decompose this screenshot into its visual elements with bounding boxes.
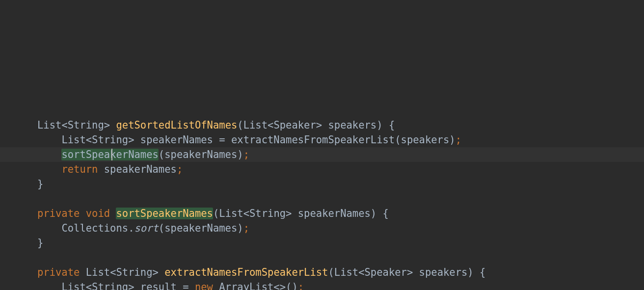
code-line[interactable]: sortSpeakerNames(speakerNames); bbox=[0, 147, 644, 162]
code-token: String bbox=[249, 208, 286, 219]
code-token bbox=[110, 208, 116, 219]
code-token: ( bbox=[328, 266, 334, 278]
code-token: ; bbox=[177, 163, 183, 175]
code-token: List bbox=[61, 281, 85, 290]
code-token bbox=[80, 208, 85, 219]
indent bbox=[37, 222, 61, 234]
code-token: (speakerNames) bbox=[159, 222, 243, 234]
code-token: String bbox=[92, 281, 128, 290]
code-line[interactable] bbox=[0, 59, 644, 74]
code-token: void bbox=[86, 208, 110, 219]
caret bbox=[111, 149, 112, 160]
code-token: List bbox=[86, 266, 110, 278]
code-line[interactable]: private void sortSpeakerNames(List<Strin… bbox=[0, 206, 644, 221]
code-token: < bbox=[110, 266, 116, 278]
code-token: extractNamesFromSpeakerList bbox=[164, 266, 328, 278]
code-line[interactable]: return speakerNames; bbox=[0, 162, 644, 177]
code-line[interactable] bbox=[0, 15, 644, 29]
code-token: > speakers) { bbox=[316, 119, 395, 131]
code-token: < bbox=[86, 281, 92, 290]
indent bbox=[37, 134, 61, 146]
code-token: new bbox=[195, 281, 213, 290]
code-line[interactable]: } bbox=[0, 236, 644, 250]
code-token: List bbox=[243, 119, 268, 131]
code-token: Speaker bbox=[365, 266, 407, 278]
code-token: String bbox=[116, 266, 152, 278]
code-token: ; bbox=[243, 149, 249, 160]
code-token: < bbox=[268, 119, 273, 131]
code-token: ( bbox=[213, 208, 219, 219]
code-line[interactable]: List<String> getSortedListOfNames(List<S… bbox=[0, 118, 644, 132]
code-token: List bbox=[37, 119, 61, 131]
code-line[interactable] bbox=[0, 29, 644, 44]
code-token: List bbox=[61, 134, 85, 146]
code-line[interactable] bbox=[0, 44, 644, 59]
code-token: ( bbox=[237, 119, 243, 131]
code-token: sort bbox=[134, 222, 158, 234]
code-token: < bbox=[358, 266, 364, 278]
code-editor[interactable]: List<String> getSortedListOfNames(List<S… bbox=[0, 0, 644, 290]
code-token: private bbox=[37, 266, 80, 278]
code-token: ; bbox=[298, 281, 304, 290]
code-line[interactable]: List<String> speakerNames = extractNames… bbox=[0, 132, 644, 147]
code-area[interactable]: List<String> getSortedListOfNames(List<S… bbox=[0, 0, 644, 290]
code-token: < bbox=[86, 134, 92, 146]
indent bbox=[37, 281, 61, 290]
code-token: ArrayList<>() bbox=[213, 281, 298, 290]
code-token: > result = bbox=[128, 281, 195, 290]
code-token: Speaker bbox=[273, 119, 316, 131]
code-line[interactable]: List<String> result = new ArrayList<>(); bbox=[0, 280, 644, 290]
code-token: sortSpeakerNames bbox=[61, 149, 158, 160]
code-token: List bbox=[334, 266, 358, 278]
code-token: String bbox=[68, 119, 104, 131]
code-token: > speakerNames) { bbox=[286, 208, 389, 219]
code-token: > speakerNames = extractNamesFromSpeaker… bbox=[128, 134, 455, 146]
code-token: Collections. bbox=[61, 222, 134, 234]
code-token: ; bbox=[243, 222, 249, 234]
code-line[interactable]: Collections.sort(speakerNames); bbox=[0, 221, 644, 236]
code-token: } bbox=[37, 178, 43, 190]
code-token: return bbox=[61, 163, 98, 175]
code-token: speakerNames bbox=[98, 163, 176, 175]
code-token bbox=[80, 266, 85, 278]
code-line[interactable]: private List<String> extractNamesFromSpe… bbox=[0, 265, 644, 280]
code-token: (speakerNames) bbox=[159, 149, 243, 160]
code-token: } bbox=[37, 237, 43, 249]
code-line[interactable] bbox=[0, 0, 644, 15]
code-line[interactable] bbox=[0, 191, 644, 206]
code-token: getSortedListOfNames bbox=[116, 119, 237, 131]
code-line[interactable] bbox=[0, 250, 644, 265]
code-token: sortSpeakerNames bbox=[116, 208, 213, 219]
code-token: String bbox=[92, 134, 128, 146]
indent bbox=[37, 149, 61, 160]
code-token: private bbox=[37, 208, 80, 219]
code-line[interactable]: } bbox=[0, 177, 644, 191]
code-token: < bbox=[61, 119, 67, 131]
code-line[interactable] bbox=[0, 103, 644, 118]
indent bbox=[37, 163, 61, 175]
code-token: ; bbox=[456, 134, 461, 146]
code-token: < bbox=[243, 208, 249, 219]
code-token: > bbox=[104, 119, 116, 131]
code-token: > bbox=[153, 266, 165, 278]
code-token: List bbox=[219, 208, 243, 219]
code-token: > speakers) { bbox=[407, 266, 485, 278]
code-line[interactable] bbox=[0, 74, 644, 88]
code-line[interactable] bbox=[0, 88, 644, 103]
